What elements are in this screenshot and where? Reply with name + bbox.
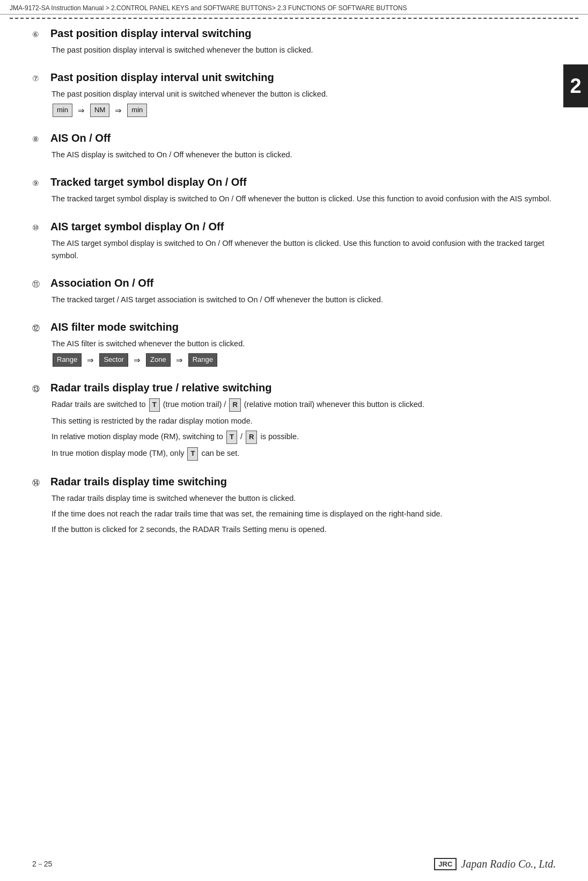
section-13-title: ⑬ Radar trails display true / relative s… — [32, 382, 556, 394]
section-8-body: The AIS display is switched to On / Off … — [32, 149, 556, 161]
section-12: ⑫ AIS filter mode switching The AIS filt… — [32, 321, 556, 367]
section-7-heading: Past position display interval unit swit… — [50, 71, 274, 84]
section-12-heading: AIS filter mode switching — [50, 321, 179, 333]
section-14-num: ⑭ — [32, 478, 45, 488]
section-14: ⑭ Radar trails display time switching Th… — [32, 476, 556, 536]
section-14-p2: If the time does not reach the radar tra… — [52, 508, 556, 520]
key-R1: R — [229, 398, 240, 412]
section-10: ⑩ AIS target symbol display On / Off The… — [32, 221, 556, 262]
section-13-p4: In true motion display mode (TM), only T… — [52, 447, 556, 461]
section-13: ⑬ Radar trails display true / relative s… — [32, 382, 556, 461]
section-9: ⑨ Tracked target symbol display On / Off… — [32, 176, 556, 205]
brand-name: Japan Radio Co., Ltd. — [461, 858, 556, 870]
section-10-heading: AIS target symbol display On / Off — [50, 221, 224, 233]
section-9-body: The tracked target symbol display is swi… — [32, 193, 556, 205]
section-13-heading: Radar trails display true / relative swi… — [50, 382, 271, 394]
section-14-title: ⑭ Radar trails display time switching — [32, 476, 556, 488]
section-6-p1: The past position display interval is sw… — [52, 44, 556, 56]
section-11-num: ⑪ — [32, 280, 45, 289]
section-13-p1: Radar trails are switched to T (true mot… — [52, 398, 556, 412]
section-6-heading: Past position display interval switching — [50, 27, 252, 40]
badge-zone: Zone — [146, 353, 171, 367]
section-9-heading: Tracked target symbol display On / Off — [50, 176, 247, 188]
section-12-p1: The AIS filter is switched whenever the … — [52, 338, 556, 350]
section-13-p2: This setting is restricted by the radar … — [52, 415, 556, 427]
section-14-p3: If the button is clicked for 2 seconds, … — [52, 523, 556, 536]
dashed-separator — [10, 18, 578, 19]
section-8-title: ⑧ AIS On / Off — [32, 132, 556, 144]
section-9-title: ⑨ Tracked target symbol display On / Off — [32, 176, 556, 188]
section-9-p1: The tracked target symbol display is swi… — [52, 193, 556, 205]
section-6-title: ⑥ Past position display interval switchi… — [32, 27, 556, 40]
section-7-body: The past position display interval unit … — [32, 88, 556, 117]
section-7-sequence: min ⇒ NM ⇒ min — [52, 104, 556, 117]
section-10-body: The AIS target symbol display is switche… — [32, 237, 556, 262]
footer: 2－25 JRC Japan Radio Co., Ltd. — [0, 858, 588, 870]
main-content: ⑥ Past position display interval switchi… — [0, 22, 588, 556]
section-12-title: ⑫ AIS filter mode switching — [32, 321, 556, 333]
section-7-title: ⑦ Past position display interval unit sw… — [32, 71, 556, 84]
section-12-num: ⑫ — [32, 324, 45, 333]
section-13-p3: In relative motion display mode (RM), sw… — [52, 431, 556, 444]
badge-nm: NM — [90, 104, 109, 117]
section-8-p1: The AIS display is switched to On / Off … — [52, 149, 556, 161]
section-11-heading: Association On / Off — [50, 277, 153, 289]
key-R2: R — [246, 431, 257, 444]
section-11: ⑪ Association On / Off The tracked targe… — [32, 277, 556, 306]
badge-min2: min — [127, 104, 147, 117]
section-9-num: ⑨ — [32, 179, 45, 187]
section-7: ⑦ Past position display interval unit sw… — [32, 71, 556, 117]
section-12-sequence: Range ⇒ Sector ⇒ Zone ⇒ Range — [52, 353, 556, 367]
section-10-num: ⑩ — [32, 223, 45, 232]
section-11-title: ⑪ Association On / Off — [32, 277, 556, 289]
section-8: ⑧ AIS On / Off The AIS display is switch… — [32, 132, 556, 161]
section-14-p1: The radar trails display time is switche… — [52, 492, 556, 505]
section-8-num: ⑧ — [32, 135, 45, 143]
header: JMA-9172-SA Instruction Manual > 2.CONTR… — [0, 0, 588, 14]
section-6: ⑥ Past position display interval switchi… — [32, 27, 556, 56]
section-10-title: ⑩ AIS target symbol display On / Off — [32, 221, 556, 233]
arrow-4: ⇒ — [134, 355, 141, 365]
section-14-heading: Radar trails display time switching — [50, 476, 227, 488]
section-6-num: ⑥ — [32, 30, 45, 39]
section-6-body: The past position display interval is sw… — [32, 44, 556, 56]
section-11-p1: The tracked target / AIS target associat… — [52, 294, 556, 306]
breadcrumb: JMA-9172-SA Instruction Manual > 2.CONTR… — [10, 4, 407, 12]
arrow-2: ⇒ — [115, 106, 122, 115]
section-11-body: The tracked target / AIS target associat… — [32, 294, 556, 306]
section-12-body: The AIS filter is switched whenever the … — [32, 338, 556, 367]
section-10-p1: The AIS target symbol display is switche… — [52, 237, 556, 262]
key-T2: T — [226, 431, 237, 444]
section-13-num: ⑬ — [32, 384, 45, 394]
arrow-3: ⇒ — [87, 355, 94, 365]
section-13-body: Radar trails are switched to T (true mot… — [32, 398, 556, 461]
section-7-num: ⑦ — [32, 74, 45, 83]
arrow-1: ⇒ — [78, 106, 85, 115]
key-T3: T — [187, 447, 198, 461]
key-T1: T — [149, 398, 160, 412]
page-number: 2－25 — [32, 860, 52, 869]
section-8-heading: AIS On / Off — [50, 132, 111, 144]
badge-min1: min — [53, 104, 72, 117]
badge-range1: Range — [53, 353, 82, 367]
badge-sector: Sector — [99, 353, 128, 367]
footer-logo: JRC Japan Radio Co., Ltd. — [434, 858, 556, 870]
section-7-p1: The past position display interval unit … — [52, 88, 556, 100]
jrc-label: JRC — [434, 858, 457, 870]
chapter-tab: 2 — [563, 64, 588, 107]
badge-range2: Range — [188, 353, 217, 367]
section-14-body: The radar trails display time is switche… — [32, 492, 556, 536]
arrow-5: ⇒ — [176, 355, 183, 365]
